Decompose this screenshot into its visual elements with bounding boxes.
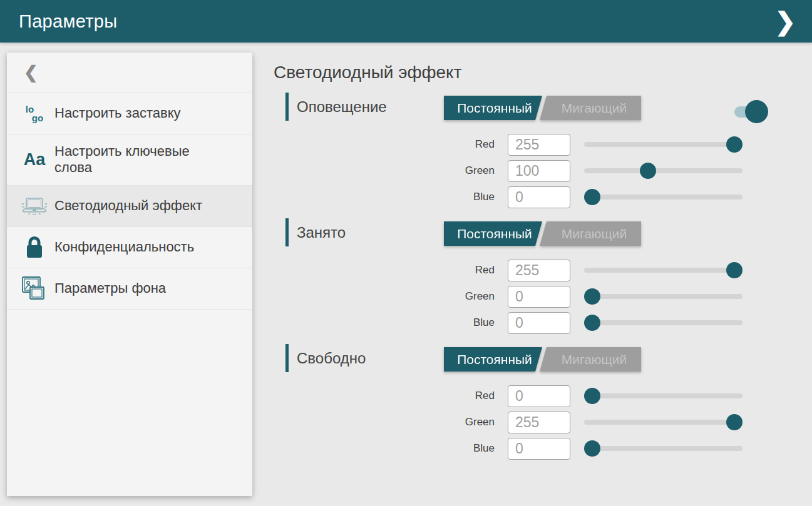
red-value-input[interactable] [508, 260, 570, 281]
sidebar-item-label: Параметры фона [54, 271, 218, 305]
blue-label: Blue [438, 191, 495, 203]
sidebar-item-keywords[interactable]: Aa Настроить ключевые слова [7, 134, 252, 186]
sidebar-item-background[interactable]: Параметры фона [7, 268, 252, 310]
slider-thumb[interactable] [726, 136, 743, 153]
channel-row-blue: Blue [438, 310, 743, 336]
section-label: Занято [297, 224, 346, 241]
slider-track [584, 168, 743, 173]
green-value-input[interactable] [508, 160, 570, 182]
green-label: Green [438, 164, 495, 177]
mode-segmented-control: Постоянный Мигающий [444, 96, 641, 120]
section-accent-bar [285, 93, 289, 121]
green-slider[interactable] [584, 288, 743, 305]
blue-slider[interactable] [584, 189, 743, 205]
toggle-knob [745, 100, 768, 123]
channel-row-blue: Blue [438, 435, 743, 462]
blue-value-input[interactable] [508, 438, 570, 460]
sidebar-item-label: Конфиденциальность [54, 230, 218, 264]
slider-thumb[interactable] [726, 262, 743, 278]
mode-segmented-control: Постоянный Мигающий [444, 221, 641, 246]
channel-row-green: Green [438, 409, 743, 435]
channel-row-green: Green [438, 158, 743, 184]
green-value-input[interactable] [508, 412, 570, 433]
green-value-input[interactable] [508, 286, 570, 308]
channel-row-red: Red [438, 257, 743, 283]
blue-label: Blue [438, 316, 495, 329]
red-slider[interactable] [584, 388, 743, 404]
channel-row-green: Green [438, 283, 743, 310]
blue-slider[interactable] [584, 315, 743, 331]
slider-track [584, 142, 743, 147]
green-label: Green [438, 416, 495, 428]
slider-track [584, 446, 743, 451]
slider-thumb[interactable] [726, 414, 743, 430]
background-images-icon [21, 276, 48, 301]
red-slider[interactable] [584, 136, 743, 153]
lock-icon [21, 235, 48, 260]
red-value-input[interactable] [508, 385, 570, 407]
app-header: Параметры ❯ [0, 0, 812, 43]
chevron-left-icon: ❮ [24, 63, 38, 83]
section-accent-bar [285, 344, 289, 372]
channel-row-red: Red [438, 383, 743, 409]
channel-row-blue: Blue [438, 184, 743, 210]
forward-chevron-icon[interactable]: ❯ [774, 9, 796, 34]
keywords-aa-icon: Aa [21, 151, 48, 168]
sidebar-item-privacy[interactable]: Конфиденциальность [7, 227, 252, 268]
channel-row-red: Red [438, 131, 743, 158]
slider-track [584, 294, 743, 299]
led-monitor-icon [21, 195, 48, 217]
sidebar-item-label: Светодиодный эффект [54, 189, 218, 223]
mode-segmented-control: Постоянный Мигающий [444, 347, 641, 372]
slider-thumb[interactable] [584, 440, 600, 457]
sidebar-item-label: Настроить ключевые слова [54, 134, 218, 185]
red-value-input[interactable] [508, 134, 570, 156]
green-slider[interactable] [584, 414, 743, 430]
logo-icon: logo [21, 105, 48, 123]
blue-value-input[interactable] [508, 186, 570, 208]
blue-slider[interactable] [584, 440, 743, 457]
sidebar-item-label: Настроить заставку [54, 96, 218, 130]
slider-track [584, 195, 743, 200]
blue-label: Blue [438, 442, 495, 455]
settings-sidebar: ❮ logo Настроить заставку Aa Настроить к… [7, 53, 252, 496]
slider-thumb[interactable] [584, 288, 600, 305]
sidebar-item-splash-screen[interactable]: logo Настроить заставку [7, 93, 252, 134]
slider-track [584, 268, 743, 273]
page-title: Светодиодный эффект [274, 63, 462, 83]
slider-track [584, 320, 743, 325]
red-label: Red [438, 390, 495, 402]
red-label: Red [438, 264, 495, 276]
slider-track [584, 420, 743, 425]
slider-track [584, 393, 743, 398]
red-slider[interactable] [584, 262, 743, 278]
red-label: Red [438, 138, 495, 151]
section-label: Оповещение [297, 98, 387, 116]
sidebar-collapse-button[interactable]: ❮ [7, 53, 252, 93]
section-accent-bar [285, 218, 289, 246]
section-label: Свободно [297, 350, 366, 367]
slider-thumb[interactable] [640, 163, 656, 179]
slider-thumb[interactable] [584, 315, 600, 331]
blue-value-input[interactable] [508, 312, 570, 334]
green-label: Green [438, 290, 495, 303]
slider-thumb[interactable] [584, 189, 600, 205]
led-enabled-toggle[interactable] [734, 100, 768, 123]
app-title: Параметры [19, 11, 117, 32]
green-slider[interactable] [584, 163, 743, 179]
slider-thumb[interactable] [584, 388, 600, 404]
sidebar-item-led-effect[interactable]: Светодиодный эффект [7, 186, 252, 227]
